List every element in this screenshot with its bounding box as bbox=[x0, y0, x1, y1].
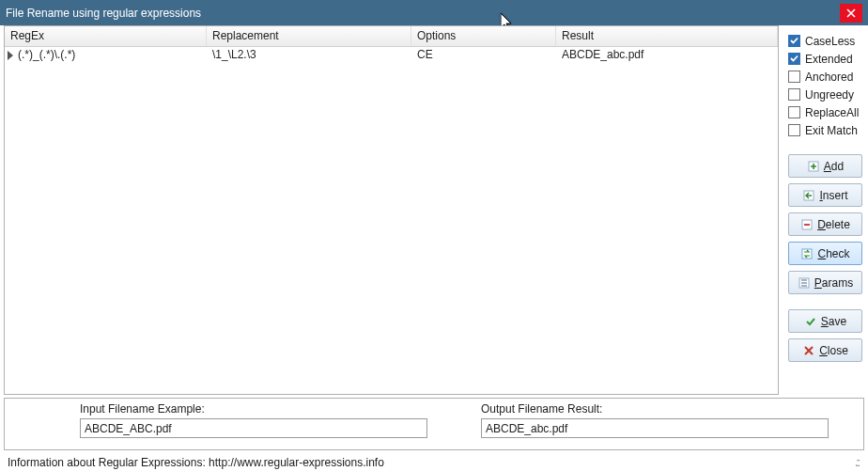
check-arrows-icon bbox=[800, 247, 814, 260]
checkbox-anchored-label: Anchored bbox=[805, 71, 853, 84]
resize-grip-icon[interactable]: .:: bbox=[855, 456, 860, 469]
col-header-replacement[interactable]: Replacement bbox=[207, 26, 411, 46]
params-icon bbox=[798, 276, 811, 290]
params-button[interactable]: Params bbox=[788, 271, 862, 294]
cell-regex-text: (.*)_(.*)\.(.*) bbox=[18, 48, 75, 61]
checkbox-replaceall[interactable]: ReplaceAll bbox=[788, 103, 862, 121]
x-icon bbox=[802, 344, 815, 357]
checkbox-exitmatch[interactable]: Exit Match bbox=[788, 121, 862, 139]
checkbox-extended[interactable]: Extended bbox=[788, 50, 862, 68]
checkbox-ungreedy-box bbox=[788, 88, 800, 101]
checkbox-caseless-label: CaseLess bbox=[805, 35, 855, 48]
cell-regex: (.*)_(.*)\.(.*) bbox=[5, 48, 207, 64]
cell-options: CE bbox=[411, 48, 556, 64]
check-icon bbox=[804, 315, 817, 328]
plus-icon bbox=[807, 160, 820, 173]
checkbox-anchored[interactable]: Anchored bbox=[788, 68, 862, 86]
rules-table: RegEx Replacement Options Result (.*)_(.… bbox=[4, 25, 779, 395]
input-example-field[interactable] bbox=[80, 418, 427, 438]
checkbox-exitmatch-box bbox=[788, 124, 800, 136]
close-button[interactable]: Close bbox=[788, 338, 862, 362]
col-header-options[interactable]: Options bbox=[411, 26, 556, 46]
minus-icon bbox=[800, 218, 814, 231]
check-button[interactable]: Check bbox=[788, 242, 862, 265]
status-text: Information about Regular Expressions: h… bbox=[8, 456, 384, 469]
close-window-button[interactable] bbox=[840, 4, 862, 23]
checkbox-extended-label: Extended bbox=[805, 53, 853, 66]
add-button[interactable]: Add bbox=[788, 154, 862, 178]
delete-button[interactable]: Delete bbox=[788, 212, 862, 236]
cell-result: ABCDE_abc.pdf bbox=[556, 48, 778, 64]
checkbox-replaceall-label: ReplaceAll bbox=[805, 106, 859, 119]
checkbox-exitmatch-label: Exit Match bbox=[805, 124, 858, 137]
save-button[interactable]: Save bbox=[788, 309, 862, 333]
titlebar: File Rename using regular expressions bbox=[0, 0, 868, 25]
checkbox-extended-box bbox=[788, 53, 800, 65]
checkbox-anchored-box bbox=[788, 71, 800, 83]
col-header-result[interactable]: Result bbox=[556, 26, 778, 46]
output-result-field[interactable] bbox=[481, 418, 829, 438]
output-result-label: Output Filename Result: bbox=[481, 402, 854, 416]
input-example-label: Input Filename Example: bbox=[80, 402, 453, 416]
example-panel: Input Filename Example: Output Filename … bbox=[4, 398, 864, 450]
column-headers: RegEx Replacement Options Result bbox=[5, 26, 778, 47]
checkbox-caseless[interactable]: CaseLess bbox=[788, 32, 862, 50]
checkbox-caseless-box bbox=[788, 35, 800, 47]
status-bar: Information about Regular Expressions: h… bbox=[0, 450, 868, 471]
col-header-regex[interactable]: RegEx bbox=[5, 26, 207, 46]
side-panel: CaseLess Extended Anchored Ungreedy Repl… bbox=[786, 25, 864, 417]
insert-icon bbox=[802, 189, 815, 202]
checkbox-ungreedy[interactable]: Ungreedy bbox=[788, 86, 862, 103]
table-row[interactable]: (.*)_(.*)\.(.*) \1_\L2.\3 CE ABCDE_abc.p… bbox=[5, 47, 778, 64]
window-title: File Rename using regular expressions bbox=[6, 7, 201, 20]
insert-button[interactable]: Insert bbox=[788, 183, 862, 207]
checkbox-replaceall-box bbox=[788, 106, 800, 118]
checkbox-ungreedy-label: Ungreedy bbox=[805, 88, 854, 102]
cell-replacement: \1_\L2.\3 bbox=[207, 48, 411, 64]
